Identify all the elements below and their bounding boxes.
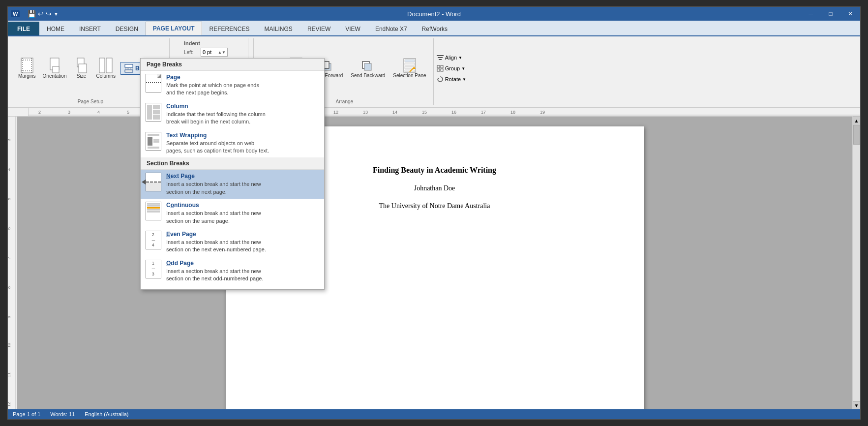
column-item-title: Column	[166, 103, 319, 110]
svg-rect-39	[439, 59, 442, 60]
svg-rect-65	[8, 117, 17, 409]
svg-text:11: 11	[8, 372, 11, 377]
svg-rect-6	[53, 66, 59, 73]
columns-label: Columns	[96, 73, 116, 79]
tab-view[interactable]: VIEW	[338, 22, 368, 35]
svg-rect-38	[438, 57, 443, 58]
page-item-text: Page Mark the point at which one page en…	[166, 74, 319, 97]
tab-design[interactable]: DESIGN	[108, 22, 146, 35]
even-page-item-text: Even Page Insert a section break and sta…	[166, 231, 319, 254]
dropdown-item-continuous[interactable]: Continuous Insert a section break and st…	[141, 199, 324, 228]
svg-text:6: 6	[8, 227, 11, 230]
send-backward-label: Send Backward	[351, 73, 385, 78]
scroll-thumb[interactable]	[853, 125, 860, 145]
page-breaks-header: Page Breaks	[141, 59, 324, 71]
tab-mailings[interactable]: MAILINGS	[257, 22, 300, 35]
svg-rect-32	[405, 63, 415, 65]
size-button[interactable]: Size	[71, 56, 92, 81]
window-title: Document2 - Word	[407, 10, 461, 18]
dropdown-item-text-wrapping[interactable]: Text Wrapping Separate text around objec…	[141, 129, 324, 158]
svg-text:12: 12	[333, 110, 338, 115]
tab-home[interactable]: HOME	[39, 22, 72, 35]
indent-left-row: Left: 0 pt ▲▼	[184, 48, 228, 57]
window-controls: ─ □ ✕	[801, 7, 860, 21]
next-page-item-title: Next Page	[166, 173, 319, 180]
size-label: Size	[77, 73, 86, 79]
align-button[interactable]: Align ▼	[434, 53, 469, 62]
dropdown-item-odd-page[interactable]: 1─3 Odd Page Insert a section break and …	[141, 257, 324, 286]
dropdown-item-page[interactable]: Page Mark the point at which one page en…	[141, 71, 324, 100]
dropdown-item-column[interactable]: Column Indicate that the text following …	[141, 100, 324, 129]
dropdown-item-next-page[interactable]: Next Page Insert a section break and sta…	[141, 170, 324, 199]
selection-pane-button[interactable]: Selection Pane	[390, 58, 429, 80]
indent-label: Indent	[184, 40, 228, 46]
svg-text:15: 15	[422, 110, 427, 115]
svg-text:17: 17	[481, 110, 486, 115]
tab-file[interactable]: FILE	[8, 22, 39, 35]
svg-rect-8	[79, 64, 87, 73]
breaks-dropdown-menu: Page Breaks Page Mark the point at which…	[140, 58, 325, 290]
vertical-scrollbar[interactable]: ▲ ▼	[852, 117, 860, 409]
svg-text:13: 13	[363, 110, 368, 115]
send-backward-button[interactable]: Send Backward	[348, 58, 388, 80]
tab-review[interactable]: REVIEW	[300, 22, 338, 35]
page-break-icon	[146, 74, 161, 92]
page-item-title: Page	[166, 74, 319, 81]
rotate-button[interactable]: Rotate ▼	[434, 75, 469, 84]
undo-icon[interactable]: ↩	[38, 10, 44, 18]
orientation-button[interactable]: Orientation	[40, 56, 69, 81]
breaks-icon	[124, 64, 133, 73]
word-icon: W	[11, 10, 20, 17]
tab-page-layout[interactable]: PAGE LAYOUT	[146, 22, 202, 35]
svg-rect-43	[441, 69, 443, 71]
scroll-up-button[interactable]: ▲	[853, 117, 861, 124]
svg-rect-41	[441, 65, 443, 68]
svg-rect-11	[125, 64, 133, 67]
scroll-down-button[interactable]: ▼	[853, 401, 861, 409]
maximize-button[interactable]: □	[821, 7, 840, 21]
tab-insert[interactable]: INSERT	[72, 22, 108, 35]
next-page-item-text: Next Page Insert a section break and sta…	[166, 173, 319, 196]
dropdown-item-even-page[interactable]: 2─4 Even Page Insert a section break and…	[141, 228, 324, 257]
svg-rect-37	[437, 55, 444, 56]
text-wrap-item-text: Text Wrapping Separate text around objec…	[166, 132, 319, 155]
indent-left-input[interactable]: 0 pt ▲▼	[201, 48, 228, 57]
tab-refworks[interactable]: RefWorks	[415, 22, 455, 35]
columns-button[interactable]: Columns	[94, 56, 118, 81]
even-page-break-icon: 2─4	[146, 231, 161, 249]
indent-left-value: 0 pt	[203, 49, 211, 55]
word-window: W 💾 ↩ ↪ ▼ Document2 - Word ─ □ ✕ FILE HO…	[7, 6, 861, 420]
selection-pane-icon	[403, 59, 417, 73]
columns-icon	[98, 58, 114, 73]
margins-button[interactable]: Margins	[16, 56, 38, 81]
group-button[interactable]: Group ▼	[434, 64, 469, 73]
text-wrap-item-title: Text Wrapping	[166, 132, 319, 139]
main-area: 3 4 5 6 7 8 9 10 11 12 Finding Beauty in…	[8, 117, 860, 409]
page-item-desc: Mark the point at which one page endsand…	[166, 82, 319, 97]
minimize-button[interactable]: ─	[801, 7, 821, 21]
redo-icon[interactable]: ↪	[46, 10, 52, 18]
send-backward-icon	[361, 59, 375, 73]
margins-label: Margins	[18, 73, 36, 79]
svg-text:2: 2	[38, 110, 41, 115]
quick-access-toolbar: 💾 ↩ ↪ ▼	[28, 10, 59, 18]
svg-text:5: 5	[8, 198, 11, 200]
orientation-icon	[47, 58, 62, 73]
tab-bar: FILE HOME INSERT DESIGN PAGE LAYOUT REFE…	[8, 21, 860, 35]
section-breaks-header: Section Breaks	[141, 157, 324, 170]
svg-text:14: 14	[392, 110, 397, 115]
tab-references[interactable]: REFERENCES	[202, 22, 257, 35]
svg-text:5: 5	[127, 110, 129, 115]
title-bar: W 💾 ↩ ↪ ▼ Document2 - Word ─ □ ✕	[8, 7, 860, 21]
margins-icon	[19, 58, 35, 73]
tab-endnote[interactable]: EndNote X7	[368, 22, 415, 35]
customize-icon[interactable]: ▼	[54, 11, 59, 17]
vertical-ruler: 3 4 5 6 7 8 9 10 11 12	[8, 117, 17, 409]
continuous-break-icon	[146, 202, 161, 220]
indent-left-spinner[interactable]: ▲▼	[218, 50, 226, 55]
odd-page-item-desc: Insert a section break and start the new…	[166, 268, 319, 283]
svg-text:9: 9	[8, 316, 11, 318]
group-icon	[437, 65, 444, 72]
close-button[interactable]: ✕	[840, 7, 860, 21]
save-icon[interactable]: 💾	[28, 10, 36, 18]
